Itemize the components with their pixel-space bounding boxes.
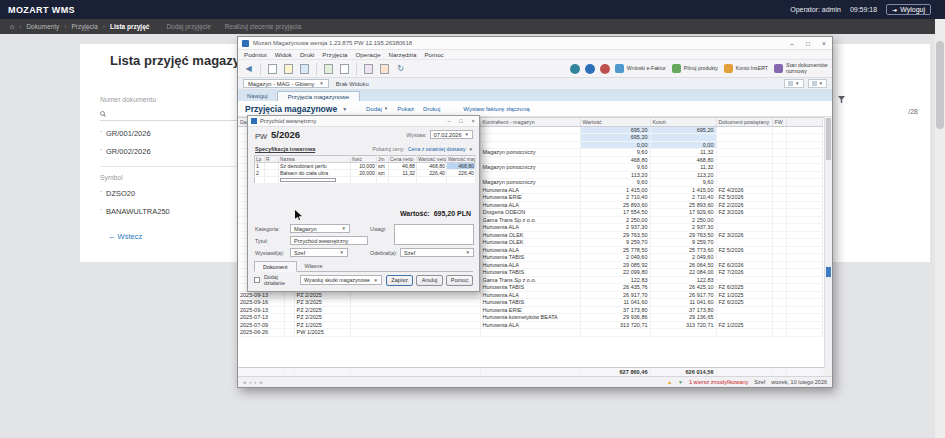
maximize-icon[interactable]: □ [800,37,816,49]
toolbar-circle-icon-3[interactable] [600,64,610,74]
grid-row[interactable]: 2025-09-13PZ 2/2025Hurtownia ERIE37 173,… [238,306,822,314]
back-icon[interactable]: ◀ [242,62,255,75]
new-item-row[interactable] [255,177,476,184]
layout-button[interactable]: ▼ [784,79,803,88]
menu-item[interactable]: Druki [300,51,314,58]
dialog-button-anuluj[interactable]: Anuluj [416,275,443,286]
wystawil-select[interactable]: Szef ▼ [290,248,348,257]
items-column-header[interactable]: Cena netto [389,156,417,163]
menu-item[interactable]: Operacje [355,51,380,58]
toolbar-button[interactable]: Wnioski e-Faktur [615,64,666,73]
toolbar-button[interactable]: Konto InsERT [724,64,768,73]
items-column-header[interactable]: Jm [377,156,389,163]
grid-scrollbar-thumb[interactable] [826,118,831,160]
tab-przyjecia-magazynowe[interactable]: Przyjęcia magazynowe [277,91,360,101]
section-link[interactable]: Dodaj▼ [366,106,388,112]
section-link[interactable]: Drukuj [423,106,440,112]
breadcrumb-item[interactable]: Przyjęcia [71,23,97,30]
grid-row[interactable]: 2025-07-13PZ 2/2025Hurtownia kosmetyków … [238,314,822,322]
items-column-header[interactable]: R [265,156,279,163]
chevron-down-icon[interactable]: ▼ [342,106,347,112]
uwagi-textarea[interactable] [394,224,474,245]
item-row[interactable]: 2Balsam do ciała ultra20,000szt11,32226,… [255,170,476,177]
open-icon[interactable] [282,62,295,75]
grid-column-header[interactable]: Wartość [580,118,650,126]
cut-icon[interactable] [362,62,375,75]
home-icon[interactable]: ⌂ [10,23,14,30]
dodaj-dzialanie-checkbox[interactable] [254,277,260,283]
section-link[interactable]: Pokaż [397,106,414,112]
list-item[interactable]: ˆGR/002/2026 [100,142,238,160]
menu-item[interactable]: Pomoc [424,51,443,58]
grid-column-header[interactable]: Kontrahent - magazyn [480,118,580,126]
grid-column-header[interactable]: Dokument powiązany [716,118,772,126]
dialog-maximize-icon[interactable]: □ [455,116,467,126]
new-document-icon[interactable] [266,62,279,75]
grid-column-header[interactable]: Koszt [650,118,716,126]
tab-wlasne[interactable]: Własne [297,261,331,271]
grid-row[interactable]: 2025-09-13PZ 2/2025Hurtownia ALA26 917,7… [238,291,822,299]
menu-item[interactable]: Przyjęcia [322,51,347,58]
document-search[interactable] [100,108,238,121]
dialog-minimize-icon[interactable]: – [443,116,455,126]
warehouse-view-select[interactable]: Magazyn - MAG - Główny ▼ [243,79,329,88]
logout-button[interactable]: ➔ Wyloguj [886,4,931,15]
print-icon[interactable] [322,62,335,75]
list-item[interactable]: ˆBANAWULTRA250 [100,202,238,220]
menu-item[interactable]: Podmiot [244,51,267,58]
kategoria-select[interactable]: Magazyn ▼ [290,224,350,233]
items-column-header[interactable]: Ilość [351,156,377,163]
list-item[interactable]: ˆGR/001/2026 [100,124,238,142]
effects-select[interactable]: Wywołuj skutki magazynowe ▼ [300,275,382,285]
nav-action[interactable]: Realizuj zlecenie przyjęcia [225,23,301,30]
issue-date-input[interactable]: 07.02.2026 ▼ [430,130,473,139]
grid-row[interactable]: 2025-09-16PZ 3/2025Hurtownia TABIS11 041… [238,299,822,307]
minimize-icon[interactable]: – [784,37,800,49]
status-alert[interactable]: 1 wiersz zmodyfikowany [689,379,748,385]
save-icon[interactable] [298,62,311,75]
items-column-header[interactable]: Lp [255,156,265,163]
dialog-button-pomoc[interactable]: Pomoc [446,275,473,286]
nav-action[interactable]: Dodaj przyjęcie [166,23,210,30]
toolbar-circle-icon-2[interactable] [585,64,595,74]
close-icon[interactable]: × [816,37,832,49]
items-column-header[interactable]: Nazwa [279,156,351,163]
dialog-button-zapisz[interactable]: Zapisz [386,275,413,286]
dialog-close-icon[interactable]: × [467,116,479,126]
menu-item[interactable]: Widok [275,51,292,58]
price-mode-link[interactable]: Cena z ostatniej dostawy [408,146,466,152]
refresh-icon[interactable]: ↻ [394,62,407,75]
nav-label[interactable]: Nawiguj [242,93,273,101]
breadcrumb-item[interactable]: Dokumenty [26,23,59,30]
list-item[interactable]: ˆDZSO20 [100,184,238,202]
pagination[interactable]: /28 [908,108,918,115]
new-item-input[interactable] [280,178,336,182]
item-row[interactable]: 1Sz dezodorant perfu10,000szt46,88468,80… [255,163,476,170]
scrollbar-thumb[interactable] [936,41,944,129]
odebral-select[interactable]: Szef ▼ [400,248,474,257]
back-link[interactable]: ← Wstecz [108,232,142,241]
toolbar-button[interactable]: Stan dokumentów rozmowy [774,63,828,74]
grid-column-header[interactable]: FW [772,118,786,126]
next-record-icon[interactable]: › [254,379,256,385]
grid-row[interactable]: 2025-06-26PW 1/2025 [238,329,822,337]
grid-scrollbar[interactable] [824,117,832,367]
items-column-header[interactable]: Wartość mag. [447,156,476,163]
last-record-icon[interactable]: » [259,379,262,385]
section-link[interactable]: Wystaw fakturę złączoną [463,106,529,112]
preview-icon[interactable] [338,62,351,75]
page-scrollbar[interactable] [935,19,945,438]
window-title-bar[interactable]: Mozart Magazynowa wersja 1.23.875 PW 12.… [238,37,832,50]
tab-dokument[interactable]: Dokument [254,261,297,272]
prev-record-icon[interactable]: ‹ [249,379,251,385]
filter-icon[interactable] [838,96,845,103]
settings-button[interactable]: ▼ [808,79,827,88]
tytul-input[interactable]: Przychód wewnętrzny [290,236,368,245]
search-input[interactable] [109,110,238,117]
first-record-icon[interactable]: « [243,379,246,385]
copy-icon[interactable] [378,62,391,75]
breadcrumb-item[interactable]: Lista przyjęć [110,23,149,30]
dialog-title-bar[interactable]: Przychód wewnętrzny – □ × [248,116,479,127]
grid-row[interactable]: 2025-07-09PZ 1/2025Hurtownia ALA313 720,… [238,321,822,329]
toolbar-circle-icon-1[interactable] [570,64,580,74]
